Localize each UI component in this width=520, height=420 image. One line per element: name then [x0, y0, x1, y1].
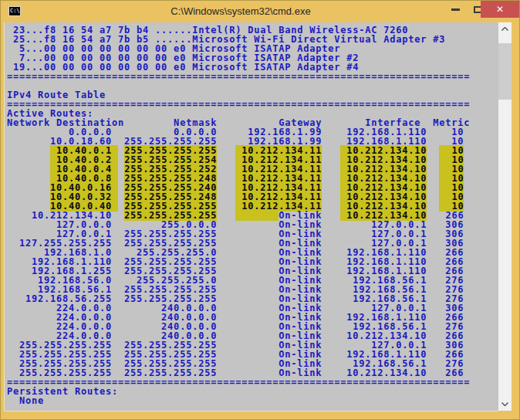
console-text: None — [7, 395, 44, 406]
console-text: ========================================… — [7, 71, 470, 82]
console-line: ========================================… — [7, 72, 498, 81]
console-viewport[interactable]: 23...f8 16 54 a7 7b b4 ......Intel(R) Du… — [5, 22, 498, 411]
console-output: 23...f8 16 54 a7 7b b4 ......Intel(R) Du… — [5, 22, 498, 405]
scroll-up-button[interactable] — [498, 22, 512, 36]
chevron-down-icon — [501, 402, 508, 406]
close-icon: ✕ — [496, 4, 504, 15]
minimize-button[interactable] — [444, 1, 467, 18]
console-line: None — [7, 396, 498, 405]
cmd-window: C:\ C:\Windows\system32\cmd.exe ✕ 23...f… — [0, 0, 520, 420]
minimize-icon — [451, 8, 460, 11]
chevron-up-icon — [501, 27, 508, 31]
titlebar[interactable]: C:\ C:\Windows\system32\cmd.exe ✕ — [1, 1, 519, 22]
cmd-icon: C:\ — [8, 6, 21, 16]
console-line: Persistent Routes: — [7, 387, 498, 396]
scrollbar-thumb[interactable] — [498, 43, 512, 100]
window-title: C:\Windows\system32\cmd.exe — [47, 5, 434, 17]
scroll-down-button[interactable] — [498, 398, 512, 411]
close-button[interactable]: ✕ — [481, 1, 519, 18]
vertical-scrollbar[interactable] — [498, 22, 512, 411]
